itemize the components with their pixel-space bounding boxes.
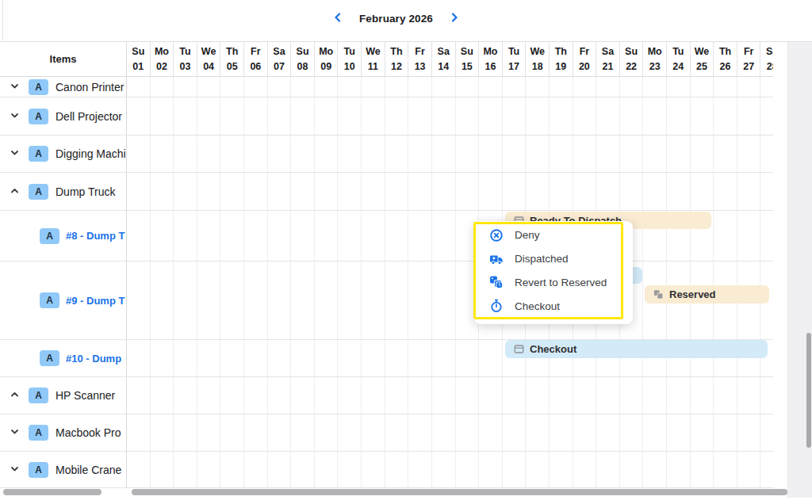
day-header-fr-06: Fr06 bbox=[244, 42, 268, 76]
item-cell-10-dump[interactable]: A#10 - Dump bbox=[0, 340, 127, 376]
item-cell-9-dump-t[interactable]: A#9 - Dump T bbox=[0, 262, 127, 339]
chevron-down-icon bbox=[10, 81, 20, 94]
panel-divider bbox=[2, 0, 3, 42]
day-header-th-12: Th12 bbox=[385, 42, 409, 76]
day-of-week: Th bbox=[390, 44, 402, 59]
day-date: 08 bbox=[297, 59, 308, 74]
day-header-mo-02: Mo02 bbox=[151, 42, 174, 76]
day-header-fr-20: Fr20 bbox=[573, 42, 597, 76]
row-expand-toggle[interactable] bbox=[10, 464, 21, 476]
row-expand-toggle[interactable] bbox=[10, 185, 21, 198]
chevron-up-icon bbox=[10, 389, 20, 402]
day-header-mo-23: Mo23 bbox=[643, 42, 667, 76]
stopwatch-icon bbox=[489, 299, 504, 313]
item-cell-dell-projector[interactable]: ADell Projector bbox=[0, 97, 127, 135]
truck-icon bbox=[489, 252, 504, 266]
day-of-week: Su bbox=[625, 44, 638, 59]
chevron-left-icon bbox=[333, 12, 342, 25]
item-cell-dump-truck[interactable]: ADump Truck bbox=[0, 173, 127, 210]
day-date: 25 bbox=[696, 59, 707, 74]
row-expand-toggle[interactable] bbox=[10, 147, 21, 160]
day-date: 13 bbox=[415, 59, 426, 74]
items-column-header: Items bbox=[0, 42, 127, 77]
day-of-week: We bbox=[530, 44, 545, 59]
item-cell-digging-machi[interactable]: ADigging Machi bbox=[0, 136, 127, 172]
item-cell-hp-scanner[interactable]: AHP Scanner bbox=[0, 377, 127, 414]
menu-item-label: Checkout bbox=[515, 300, 560, 312]
menu-item-label: Dispatched bbox=[515, 253, 569, 265]
day-header-tu-10: Tu10 bbox=[338, 42, 362, 76]
availability-badge: A bbox=[40, 228, 59, 244]
day-of-week: Sa bbox=[602, 44, 614, 59]
timeline-row-dump-truck: ADump Truck bbox=[0, 173, 773, 211]
day-of-week: Fr bbox=[415, 44, 425, 59]
availability-badge: A bbox=[29, 462, 48, 478]
availability-badge: A bbox=[29, 79, 48, 95]
item-label: Macbook Pro bbox=[56, 426, 121, 439]
day-header-sa-07: Sa07 bbox=[268, 42, 292, 76]
chevron-down-icon bbox=[10, 110, 20, 123]
items-header-label: Items bbox=[50, 53, 77, 65]
menu-item-revert-to-reserved[interactable]: Revert to Reserved bbox=[476, 271, 621, 295]
day-header-fr-27: Fr27 bbox=[737, 42, 761, 76]
day-of-week: Th bbox=[226, 44, 238, 59]
availability-badge: A bbox=[29, 109, 48, 124]
item-label: #10 - Dump bbox=[66, 353, 121, 365]
horizontal-scrollbar-calendar[interactable] bbox=[132, 489, 787, 495]
menu-item-label: Revert to Reserved bbox=[515, 277, 607, 288]
row-expand-toggle[interactable] bbox=[10, 389, 21, 402]
day-date: 11 bbox=[368, 59, 378, 74]
calendar-topbar: February 2026 bbox=[0, 0, 812, 42]
prev-month-button[interactable] bbox=[331, 10, 343, 27]
day-date: 17 bbox=[508, 59, 519, 74]
day-date: 10 bbox=[344, 59, 355, 74]
availability-badge: A bbox=[29, 184, 48, 200]
vertical-scrollbar[interactable] bbox=[806, 333, 811, 448]
day-header-sa-14: Sa14 bbox=[432, 42, 456, 76]
booking-bar-checkout[interactable]: Checkout bbox=[505, 340, 768, 358]
day-date: 19 bbox=[555, 59, 566, 74]
timeline-row-macbook-pro: AMacbook Pro bbox=[0, 414, 773, 452]
menu-item-deny[interactable]: Deny bbox=[476, 223, 621, 247]
item-cell-8-dump-t[interactable]: A#8 - Dump T bbox=[0, 211, 127, 261]
row-expand-toggle[interactable] bbox=[10, 426, 21, 439]
row-expand-toggle[interactable] bbox=[10, 81, 21, 94]
item-cell-macbook-pro[interactable]: AMacbook Pro bbox=[0, 414, 127, 451]
day-of-week: Th bbox=[719, 44, 731, 59]
menu-item-dispatched[interactable]: Dispatched bbox=[476, 247, 621, 271]
day-of-week: Fr bbox=[744, 44, 754, 59]
day-date: 12 bbox=[391, 59, 402, 74]
item-label: #9 - Dump T bbox=[66, 295, 124, 307]
availability-badge: A bbox=[40, 292, 59, 308]
day-date: 09 bbox=[320, 59, 331, 74]
day-date: 05 bbox=[227, 59, 238, 74]
item-label: HP Scanner bbox=[56, 389, 115, 402]
day-date: 16 bbox=[485, 59, 496, 74]
day-header-mo-16: Mo16 bbox=[479, 42, 503, 76]
availability-badge: A bbox=[29, 146, 48, 162]
item-cell-canon-printer[interactable]: ACanon Printer bbox=[0, 77, 127, 97]
row-expand-toggle[interactable] bbox=[10, 110, 21, 123]
day-of-week: Tu bbox=[672, 44, 684, 59]
card-icon bbox=[514, 344, 524, 354]
month-title: February 2026 bbox=[359, 13, 433, 25]
day-of-week: Tu bbox=[508, 44, 519, 59]
chevron-up-icon bbox=[10, 185, 20, 198]
day-header-tu-24: Tu24 bbox=[667, 42, 691, 76]
day-date: 20 bbox=[579, 59, 590, 74]
day-header-su-15: Su15 bbox=[456, 42, 480, 76]
timeline-row-dell-projector: ADell Projector bbox=[0, 97, 773, 136]
menu-item-checkout[interactable]: Checkout bbox=[476, 294, 621, 318]
next-month-button[interactable] bbox=[449, 10, 461, 27]
day-of-week: Sa bbox=[438, 44, 450, 59]
day-date: 01 bbox=[132, 59, 144, 74]
day-date: 23 bbox=[649, 59, 661, 74]
timeline-rows: ACanon PrinterADell ProjectorADigging Ma… bbox=[0, 77, 773, 488]
item-cell-mobile-crane[interactable]: AMobile Crane bbox=[0, 452, 127, 487]
context-menu-items: DenyDispatchedRevert to ReservedCheckout bbox=[476, 223, 621, 318]
day-of-week: We bbox=[695, 44, 710, 59]
booking-bar-reserved[interactable]: Reserved bbox=[645, 285, 769, 304]
availability-badge: A bbox=[40, 350, 59, 366]
day-date: 27 bbox=[743, 59, 754, 74]
horizontal-scrollbar-items[interactable] bbox=[3, 489, 102, 495]
